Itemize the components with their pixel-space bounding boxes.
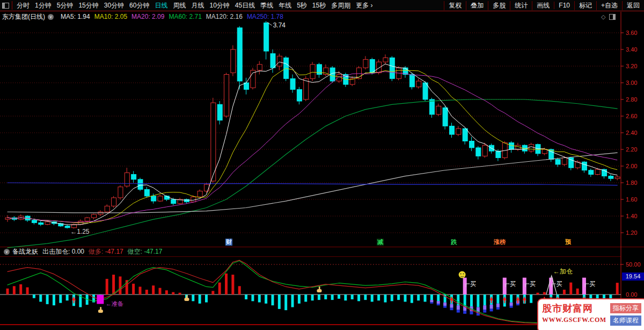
svg-text:1.80: 1.80 [626,180,637,186]
ma-value-4: MA120: 2.16 [206,13,243,20]
ma-value-3: MA60: 2.71 [169,13,201,20]
svg-text:2.00: 2.00 [626,163,637,169]
toolbar-item-2[interactable]: 5分钟 [57,1,74,10]
toolbar: 分时1分钟5分钟15分钟30分钟60分钟日线周线月线10分钟45日线季线年线5秒… [0,0,644,11]
watermark-box: 股市财富网 WWW.GSCFW.COM 指标分享 名师课程 [537,298,644,330]
svg-text:2.60: 2.60 [626,113,637,119]
indicator-title[interactable]: 备战龙妖 [12,247,38,256]
axis-tag-0: 财 [225,239,232,246]
svg-text:1.40: 1.40 [626,213,637,219]
toolbar-item-9[interactable]: 10分钟 [209,1,229,10]
svg-text:2.80: 2.80 [626,96,637,103]
indicator-panel-header: ∨ 备战龙妖 出击加仓: 0.00做多: -47.17做空: -47.17 [1,248,166,256]
svg-text:←准备: ←准备 [106,300,123,307]
toolbar-item-7[interactable]: 周线 [173,1,186,10]
toolbar-item-8[interactable]: 月线 [191,1,204,10]
ma-value-2: MA20: 2.09 [131,13,164,20]
toolbar-item-1[interactable]: 1分钟 [35,1,52,10]
svg-text:3.74: 3.74 [273,21,286,29]
chevron-down-icon[interactable]: ∨ [4,249,10,255]
toolbar-action-4[interactable]: 画线 [532,1,554,10]
svg-text:3.60: 3.60 [626,30,637,36]
svg-text:买: 买 [510,281,516,287]
svg-text:买: 买 [530,281,536,287]
watermark-left: 股市财富网 WWW.GSCFW.COM [542,303,606,324]
signal-markers: 买买买买←加仓买←准备 [72,268,595,313]
toolbar-action-5[interactable]: F10 [554,2,574,9]
svg-text:0.00: 0.00 [626,291,637,298]
axis-tag-2: 跌 [450,239,457,246]
indicator-values: 出击加仓: 0.00做多: -47.17做空: -47.17 [42,247,166,256]
toolbar-item-12[interactable]: 年线 [279,1,291,10]
toolbar-item-14[interactable]: 15秒 [312,1,326,10]
last-value-badge: 19.54 [622,272,644,281]
toolbar-action-2[interactable]: 多股 [488,1,510,10]
watermark-badge-courses: 名师课程 [610,315,641,326]
chevron-down-icon[interactable]: ∨ [48,14,54,20]
trading-app-window: { "toolbar": { "left_items": [ {"label":… [0,0,644,330]
indicator-field-2: 做空: -47.17 [128,247,163,256]
toolbar-divider [12,1,12,10]
indicator-field-0: 出击加仓: 0.00 [42,247,84,256]
grid [0,33,644,257]
ma-value-0: MA5: 1.94 [61,13,90,20]
chart-canvas[interactable]: 1.201.401.601.802.002.202.402.602.803.00… [0,0,644,330]
toolbar-item-13[interactable]: 5秒 [297,1,307,10]
svg-text:买: 买 [557,281,562,287]
toolbar-right: 复权叠加多股统计画线F10标记+自选返回 [444,0,644,11]
toolbar-item-16[interactable]: 更多 › [356,1,372,10]
toolbar-action-1[interactable]: 叠加 [466,1,488,10]
toolbar-item-0[interactable]: 分时 [17,1,30,10]
diamond-icon[interactable]: ◇ [601,13,605,20]
split-window-icon[interactable] [609,14,616,20]
svg-text:买: 买 [470,281,476,287]
candles [5,21,620,228]
svg-text:3.40: 3.40 [626,46,637,53]
svg-text:2.40: 2.40 [626,130,637,136]
toolbar-item-4[interactable]: 30分钟 [104,1,124,10]
svg-text:50.00: 50.00 [626,261,641,268]
ma-value-5: MA250: 1.78 [247,13,283,20]
axis-tag-4: 预 [565,239,572,246]
svg-text:2.20: 2.20 [626,146,637,153]
ma-values: MA5: 1.94MA10: 2.05MA20: 2.09MA60: 2.71M… [56,13,283,20]
ma-value-1: MA10: 2.05 [94,13,127,20]
toolbar-action-6[interactable]: 标记 [574,1,596,10]
watermark-site-name: 股市财富网 [542,303,606,314]
window-icon[interactable] [2,3,9,9]
stock-title[interactable]: 东方集团(日线) [2,12,45,21]
svg-text:1.60: 1.60 [626,196,637,203]
watermark-url: WWW.GSCFW.COM [542,316,606,324]
toolbar-action-7[interactable]: +自选 [596,1,622,10]
axis-tag-1: 减 [377,239,384,246]
svg-text:1.20: 1.20 [626,229,637,236]
svg-text:←1.25: ←1.25 [70,228,90,235]
watermark-badge-indicator-share: 指标分享 [610,303,641,313]
toolbar-item-15[interactable]: 多周期 [331,1,350,10]
svg-text:←加仓: ←加仓 [553,268,573,275]
toolbar-action-3[interactable]: 统计 [510,1,532,10]
price-axis: 1.201.401.601.802.002.202.402.602.803.00… [621,12,637,329]
watermark-badges: 指标分享 名师课程 [610,303,641,326]
svg-text:3.20: 3.20 [626,63,637,69]
info-row: 东方集团(日线) ∨ MA5: 1.94MA10: 2.05MA20: 2.09… [1,12,283,21]
ma-lines [8,62,617,248]
toolbar-action-8[interactable]: 返回 [622,1,644,10]
indicator-field-1: 做多: -47.17 [89,247,123,256]
toolbar-item-10[interactable]: 45日线 [235,1,255,10]
svg-text:买: 买 [589,281,595,287]
toolbar-left: 分时1分钟5分钟15分钟30分钟60分钟日线周线月线10分钟45日线季线年线5秒… [14,1,376,10]
toolbar-item-6[interactable]: 日线 [155,1,167,10]
toolbar-item-3[interactable]: 15分钟 [78,1,98,10]
corner-icons: ◇ [601,13,616,20]
svg-text:3.00: 3.00 [626,80,637,86]
toolbar-item-11[interactable]: 季线 [260,1,273,10]
toolbar-item-5[interactable]: 60分钟 [129,1,149,10]
toolbar-action-0[interactable]: 复权 [444,1,466,10]
axis-tag-3: 涨榜 [493,239,506,246]
